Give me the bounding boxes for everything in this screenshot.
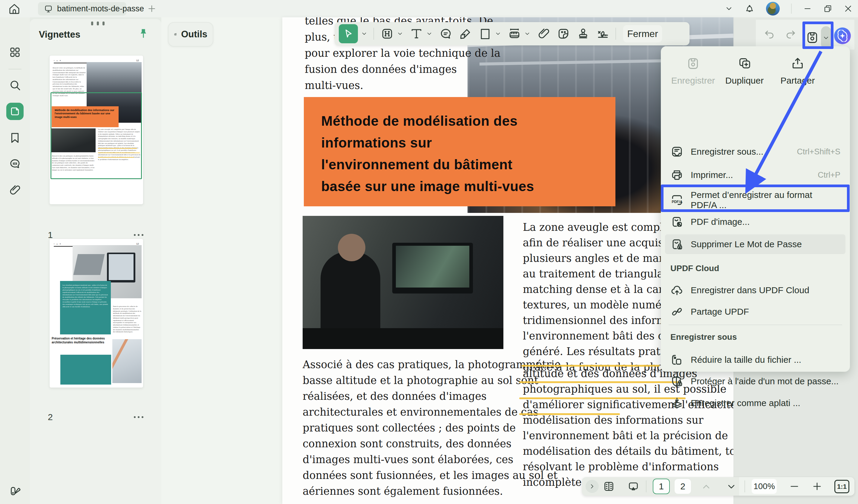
expand-toolbar-button[interactable] [586, 480, 599, 493]
panel-drag-handle[interactable] [91, 21, 105, 26]
menu-quick-duplicate[interactable]: Dupliquer [720, 56, 768, 86]
menu-divider [669, 325, 842, 325]
attachments-icon[interactable] [9, 184, 21, 196]
close-button[interactable] [844, 4, 853, 13]
tools-strip: Outils [161, 17, 282, 504]
document-tab[interactable]: batiment-mots-de-passe [38, 2, 126, 16]
menu-item-supprimer-mot-de-passe[interactable]: Supprimer Le Mot de Passe [665, 234, 845, 254]
bookmarks-icon[interactable] [9, 131, 21, 144]
text-tool-chevron[interactable] [426, 30, 433, 37]
yellow-strike-annotation[interactable] [521, 365, 660, 367]
sticker-tool-icon[interactable] [557, 27, 570, 40]
heading-tool-icon[interactable] [381, 27, 394, 40]
yellow-strike-annotation[interactable] [519, 397, 686, 399]
text-tool-icon[interactable] [410, 27, 423, 40]
notifications-bell-icon[interactable] [745, 4, 754, 14]
tools-button[interactable]: Outils [168, 22, 213, 47]
thumb2-teal-block [60, 355, 111, 385]
doc-text-line: fusion des données d'images [305, 62, 457, 77]
doc-text-line: données sont fusionnées, et les images a… [303, 468, 557, 483]
close-editor-button[interactable]: Fermer [623, 25, 662, 43]
toolbar-separator [616, 28, 616, 40]
doc-text-line: modélisation des détails du bâtiment, to… [523, 443, 733, 459]
user-avatar[interactable] [766, 2, 780, 16]
theme-palette-icon[interactable] [9, 484, 21, 497]
doc-text-line: aériennes sont également fusionnées. [303, 483, 503, 499]
page-1-button[interactable]: 1 [653, 478, 670, 494]
menu-item-partage-updf[interactable]: Partage UPDF [665, 302, 846, 322]
zoom-value[interactable]: 100% [752, 479, 777, 494]
thumb1-more-button[interactable] [134, 234, 143, 236]
tab-list-chevron[interactable] [725, 4, 733, 13]
tools-button-label: Outils [181, 29, 207, 40]
zoom-out-button[interactable] [789, 481, 801, 493]
presentation-mode-icon[interactable] [627, 481, 639, 492]
doc-text-line: pratiques sont collectées ; des points d… [303, 420, 515, 436]
restore-button[interactable] [823, 4, 832, 13]
document-tab-icon [44, 4, 53, 13]
doc-text-line: d'images multi-vues sont élaborées, ces [303, 452, 513, 467]
doc-text-line: connexion sont construits, des données [303, 436, 511, 452]
measure-tool-chevron[interactable] [524, 30, 530, 37]
yellow-strike-annotation[interactable] [519, 413, 620, 415]
menu-item-enregistrer-updf-cloud[interactable]: Enregistrer dans UPDF Cloud [665, 280, 846, 300]
thumbnails-panel: Vignettes ▪ ▴ ● 12 Associé à des cas pra… [30, 19, 161, 504]
undo-icon[interactable] [764, 28, 776, 40]
page-2-button[interactable]: 2 [674, 478, 691, 494]
doc-text-line: basse altitude et la photographie au sol… [303, 373, 538, 388]
menu-item-pdf-image[interactable]: PDF d'image... [665, 212, 846, 232]
doc-text-line: multi-vues. [305, 78, 363, 93]
measure-tool-icon[interactable] [508, 27, 521, 40]
thumb2-more-button[interactable] [134, 416, 143, 418]
comments-icon[interactable] [9, 158, 21, 170]
actual-size-button[interactable]: 1:1 [835, 480, 849, 493]
bottombar-separator [745, 481, 745, 492]
menu-item-enregistrer-sous[interactable]: Enregistrer sous...Ctrl+Shift+S [665, 142, 846, 162]
flatten-icon [670, 396, 684, 410]
new-tab-button[interactable] [147, 4, 157, 13]
sidebar-item-thumbnails[interactable] [6, 103, 23, 120]
document-tab-label: batiment-mots-de-passe [57, 4, 144, 13]
comment-tool-icon[interactable] [439, 27, 452, 40]
home-grid-icon[interactable] [9, 46, 21, 59]
two-page-view-icon[interactable] [603, 481, 615, 492]
previous-page-chevron[interactable] [701, 481, 713, 493]
menu-quick-save: Enregistrer [669, 56, 717, 86]
minimize-button[interactable] [803, 4, 812, 13]
shape-tool-icon[interactable] [479, 27, 492, 40]
signature-tool-icon[interactable] [596, 27, 609, 40]
stamp-tool-icon[interactable] [576, 27, 590, 40]
annotation-menu-item-highlight [661, 184, 849, 212]
ai-assistant-button[interactable] [834, 28, 851, 44]
thumb2-page-number: 2 [48, 412, 53, 422]
save-as-icon [670, 145, 684, 158]
pen-tool-icon[interactable] [459, 27, 472, 40]
shape-tool-chevron[interactable] [495, 30, 501, 37]
search-icon[interactable] [9, 79, 21, 91]
redo-icon[interactable] [784, 28, 796, 40]
home-button[interactable] [9, 3, 20, 15]
updf-app-window: batiment-mots-de-passe [0, 0, 858, 504]
menu-item-imprimer[interactable]: Imprimer...Ctrl+P [665, 165, 846, 185]
menu-quick-share[interactable]: Partager [774, 56, 822, 86]
select-tool-button[interactable] [339, 24, 358, 43]
menu-item-enregistrer-aplati[interactable]: Enregistrer comme aplati ... [665, 393, 846, 413]
edit-toolbar: Fermer [335, 22, 689, 45]
next-page-chevron[interactable] [726, 481, 738, 493]
compress-file-icon [670, 353, 684, 367]
heading-tool-chevron[interactable] [397, 30, 403, 37]
menu-section-updf-cloud: UPDF Cloud [670, 264, 719, 273]
doc-text-line: l'environnement bâti et la précision de [523, 428, 728, 443]
menu-item-proteger-mot-de-passe[interactable]: Protéger à l'aide d'un mot de passe... [665, 371, 846, 391]
menu-item-reduire-taille[interactable]: Réduire la taille du fichier ... [665, 350, 846, 370]
yellow-strike-annotation[interactable] [519, 381, 679, 383]
select-tool-chevron[interactable] [361, 30, 367, 37]
doc-text-line: réalisées, et des données d'images [303, 388, 487, 404]
page-thumbnail-2[interactable]: ▪ ▴ ● 12 Les résultats pratiques montren… [49, 239, 143, 388]
attach-tool-icon[interactable] [537, 27, 550, 40]
thumb2-blueprint-photo [112, 339, 142, 383]
doc-text-line: Associé à des cas pratiques, la photogra… [303, 357, 561, 372]
zoom-in-button[interactable] [811, 481, 823, 493]
pin-icon[interactable] [137, 28, 150, 40]
page-thumbnail-1[interactable]: ▪ ▴ ● 12 Associé à des cas pratiques, la… [49, 55, 143, 205]
